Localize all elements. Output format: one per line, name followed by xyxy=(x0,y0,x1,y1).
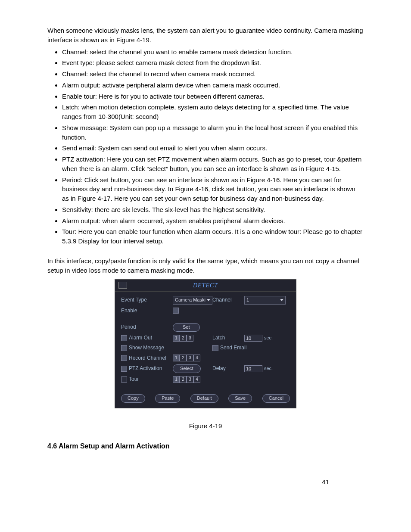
label-event-type: Event Type xyxy=(121,296,173,304)
dialog-title: DETECT xyxy=(115,280,296,291)
bullet-item: Enable tour: Here is for you to activate… xyxy=(62,92,364,101)
bullet-item: Alarm output: when alarm occurred, syste… xyxy=(62,216,364,226)
delay-unit: sec. xyxy=(264,365,273,372)
save-button[interactable]: Save xyxy=(228,394,252,403)
label-period: Period xyxy=(121,324,173,331)
dialog-icon xyxy=(118,282,127,289)
delay-input[interactable]: 10 xyxy=(244,365,262,372)
channel-value: 1 xyxy=(246,297,249,304)
label-enable: Enable xyxy=(121,307,173,314)
show-message-checkbox[interactable] xyxy=(121,345,127,351)
label-tour: Tour xyxy=(121,376,173,383)
alarm-out-boxes[interactable]: 1 2 3 xyxy=(173,335,193,342)
paste-button[interactable]: Paste xyxy=(155,394,180,403)
select-button[interactable]: Select xyxy=(173,364,201,373)
detect-dialog: DETECT Event Type Camera Maski Channel 1 xyxy=(115,279,296,408)
enable-checkbox[interactable] xyxy=(173,308,179,314)
label-ptz-activation: PTZ Activation xyxy=(121,365,173,372)
label-delay: Delay xyxy=(212,365,244,372)
figure-caption: Figure 4-19 xyxy=(47,421,364,431)
bullet-item: Send email: System can send out email to… xyxy=(62,143,364,153)
section-heading: 4.6 Alarm Setup and Alarm Activation xyxy=(47,441,364,451)
latch-input[interactable]: 10 xyxy=(244,335,262,342)
label-send-email: Send Email xyxy=(212,344,255,352)
bullet-item: Latch: when motion detection complete, s… xyxy=(62,103,364,121)
bullet-item: Event type: please select camera mask de… xyxy=(62,58,364,68)
bullet-item: Channel: select the channel to record wh… xyxy=(62,69,364,79)
label-record-channel: Record Channel xyxy=(121,355,173,362)
tour-boxes[interactable]: 1 2 3 4 xyxy=(173,376,200,383)
default-button[interactable]: Default xyxy=(190,394,218,403)
bullet-item: Period: Click set button, you can see an… xyxy=(62,175,364,203)
ptz-checkbox[interactable] xyxy=(121,366,127,372)
tour-checkbox[interactable] xyxy=(121,376,127,383)
latch-unit: sec. xyxy=(264,335,273,342)
set-button[interactable]: Set xyxy=(173,323,200,332)
intro-paragraph: When someone viciously masks lens, the s… xyxy=(47,26,364,45)
label-latch: Latch xyxy=(212,334,244,342)
record-channel-checkbox[interactable] xyxy=(121,355,127,361)
event-type-value: Camera Maski xyxy=(175,297,206,304)
channel-dropdown[interactable]: 1 xyxy=(244,296,286,305)
label-channel: Channel xyxy=(212,296,244,304)
bullet-item: Channel: select the channel you want to … xyxy=(62,47,364,57)
bullet-item: Tour: Here you can enable tour function … xyxy=(62,227,364,246)
event-type-dropdown[interactable]: Camera Maski xyxy=(173,296,212,305)
chevron-down-icon xyxy=(207,299,210,301)
below-paragraph: In this interface, copy/paste function i… xyxy=(47,256,364,275)
page-number: 41 xyxy=(322,477,329,487)
label-alarm-out: Alarm Out xyxy=(121,334,173,342)
bullet-item: Sensitivity: there are six levels. The s… xyxy=(62,205,364,215)
bullet-item: Alarm output: activate peripheral alarm … xyxy=(62,81,364,90)
copy-button[interactable]: Copy xyxy=(121,394,145,403)
bullet-list: Channel: select the channel you want to … xyxy=(47,47,364,246)
cancel-button[interactable]: Cancel xyxy=(262,394,290,403)
send-email-checkbox[interactable] xyxy=(212,345,218,351)
chevron-down-icon xyxy=(280,299,283,301)
bullet-item: Show message: System can pop up a messag… xyxy=(62,123,364,142)
label-show-message: Show Message xyxy=(121,344,173,352)
bullet-item: PTZ activation: Here you can set PTZ mov… xyxy=(62,155,364,174)
alarm-out-checkbox[interactable] xyxy=(121,335,127,341)
record-channel-boxes[interactable]: 1 2 3 4 xyxy=(173,355,200,361)
